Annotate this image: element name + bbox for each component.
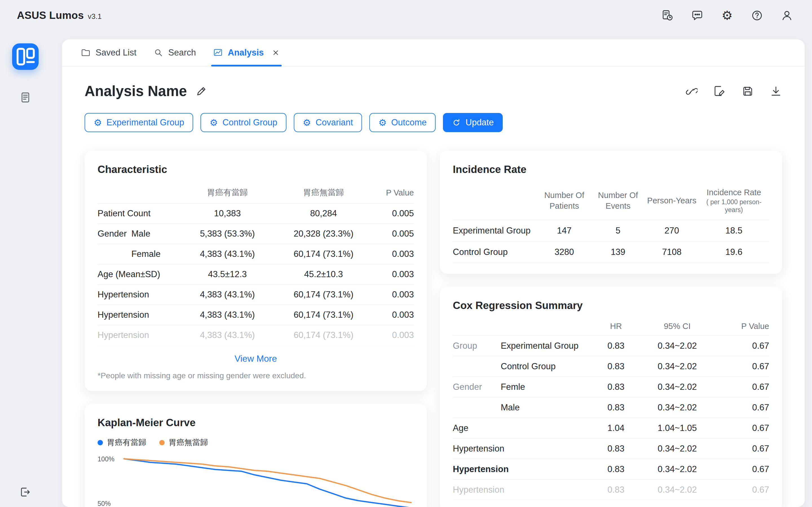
covariant-button[interactable]: ⚙ Covariant <box>294 113 362 132</box>
table-row: Gender Male 5,383 (53.3%) 20,328 (23.3%)… <box>98 224 414 244</box>
cell-group1: 4,383 (43.1%) <box>179 310 275 320</box>
km-legend: 胃癌有當歸 胃癌無當歸 <box>98 437 414 448</box>
page-title: Analysis Name <box>85 83 208 100</box>
chart-icon <box>213 48 223 58</box>
tab-label: Analysis <box>228 48 264 58</box>
row-group: Group <box>453 341 501 351</box>
report-history-icon[interactable] <box>661 9 674 22</box>
column-header: HR <box>585 322 647 331</box>
cell-group1: 10,383 <box>179 209 275 219</box>
column-header-sub: ( per 1,000 person-years) <box>699 198 769 214</box>
topbar-actions: ⚙ <box>661 9 794 22</box>
save-icon[interactable] <box>742 85 754 98</box>
legend-item: 胃癌無當歸 <box>159 437 208 448</box>
card-title: Characteristic <box>98 164 414 175</box>
column-header: 胃癌無當歸 <box>275 187 371 198</box>
cox-regression-card: Cox Regression Summary HR 95% CI P Value <box>440 287 782 507</box>
cell-pvalue: 0.003 <box>371 330 414 340</box>
characteristic-table: 胃癌有當歸 胃癌無當歸 P Value Patient Count <box>98 182 414 346</box>
download-icon[interactable] <box>770 85 782 98</box>
close-icon[interactable] <box>271 48 280 57</box>
button-label: Covariant <box>315 117 353 128</box>
profile-icon[interactable] <box>780 9 794 22</box>
logout-button[interactable] <box>19 486 32 499</box>
app-title: ASUS Lumos <box>17 10 84 21</box>
button-label: Outcome <box>391 117 426 128</box>
experimental-group-button[interactable]: ⚙ Experimental Group <box>85 113 193 132</box>
column-header: Person-Years <box>645 195 699 206</box>
update-button[interactable]: Update <box>443 113 503 132</box>
sidebar <box>0 31 51 507</box>
chat-icon[interactable] <box>691 9 704 22</box>
table-row: Gender Femle 0.83 0.34~2.02 0.67 <box>453 377 769 397</box>
row-label: Control Group <box>501 361 585 372</box>
cell-group2: 80,284 <box>275 209 371 219</box>
row-group: Hypertension <box>453 464 501 474</box>
gear-icon: ⚙ <box>209 118 218 127</box>
config-toolbar: ⚙ Experimental Group ⚙ Control Group ⚙ C… <box>85 113 782 132</box>
row-label: Hypertension <box>98 290 149 300</box>
table-row: Hypertension 0.83 0.34~2.02 0.67 <box>453 439 769 459</box>
row-label: Male <box>501 402 585 413</box>
app-version: v3.1 <box>88 12 101 21</box>
characteristic-card: Characteristic 胃癌有當歸 胃癌無當歸 P Value <box>85 151 427 391</box>
table-row: Hypertension 4,383 (43.1%) 60,174 (73.1%… <box>98 305 414 325</box>
control-group-button[interactable]: ⚙ Control Group <box>200 113 286 132</box>
table-row: Age (Mean±SD) 43.5±12.3 45.2±10.3 0.003 <box>98 265 414 285</box>
link-icon[interactable] <box>685 85 698 98</box>
tab-saved-list[interactable]: Saved List <box>72 40 145 66</box>
svg-text:100%: 100% <box>98 455 114 462</box>
search-icon <box>153 48 163 58</box>
legend-item: 胃癌有當歸 <box>98 437 146 448</box>
row-label: Femle <box>501 382 585 392</box>
card-title: Cox Regression Summary <box>453 300 769 312</box>
cell-pvalue: 0.67 <box>708 382 769 392</box>
table-row: Hypertension 0.83 0.34~2.02 0.67 <box>453 459 769 480</box>
settings-icon[interactable]: ⚙ <box>721 9 733 22</box>
table-row: Hypertension 4,383 (43.1%) 60,174 (73.1%… <box>98 325 414 346</box>
cell-group1: 4,383 (43.1%) <box>179 249 275 259</box>
row-group: Hypertension <box>453 444 501 454</box>
help-icon[interactable] <box>751 9 763 22</box>
sidebar-item-workspace[interactable] <box>12 43 39 70</box>
cell-group2: 45.2±10.3 <box>275 269 371 279</box>
row-label: Patient Count <box>98 209 151 219</box>
row-group: Hypertension <box>453 485 501 495</box>
table-row: Control Group 0.83 0.34~2.02 0.67 <box>453 356 769 377</box>
svg-text:50%: 50% <box>98 500 111 507</box>
cell-ci: 0.34~2.02 <box>647 485 708 495</box>
column-header: P Value <box>371 188 414 198</box>
cell-group1: 4,383 (43.1%) <box>179 330 275 340</box>
cell-group2: 20,328 (23.3%) <box>275 229 371 239</box>
tab-search[interactable]: Search <box>145 40 204 66</box>
cell-hr: 0.83 <box>585 341 647 351</box>
row-sublabel: Female <box>132 249 160 259</box>
app-frame: Saved List Search Analysis <box>0 31 812 507</box>
cox-table: HR 95% CI P Value Group Experimental Gro… <box>453 317 769 500</box>
cell-pvalue: 0.67 <box>708 402 769 413</box>
document-icon <box>19 91 32 104</box>
cell-hr: 0.83 <box>585 464 647 474</box>
table-row: Group Experimental Group 0.83 0.34~2.02 … <box>453 336 769 356</box>
cell-pvalue: 0.005 <box>371 229 414 239</box>
row-label: Experimental Group <box>453 226 538 236</box>
table-header: HR 95% CI P Value <box>453 317 769 336</box>
outcome-button[interactable]: ⚙ Outcome <box>369 113 436 132</box>
tab-analysis[interactable]: Analysis <box>204 40 289 66</box>
legend-dot-blue <box>98 440 103 445</box>
column-header: 95% CI <box>647 322 708 331</box>
cell-hr: 0.83 <box>585 382 647 392</box>
cell-pvalue: 0.003 <box>371 290 414 300</box>
cell-pvalue: 0.67 <box>708 464 769 474</box>
tab-label: Search <box>168 48 196 58</box>
view-more-link[interactable]: View More <box>98 353 414 364</box>
cell-patients: 3280 <box>538 247 591 257</box>
cell-pvalue: 0.003 <box>371 310 414 320</box>
sidebar-item-documents[interactable] <box>19 91 32 104</box>
save-as-icon[interactable] <box>713 85 726 98</box>
edit-icon[interactable] <box>195 85 208 98</box>
gear-icon: ⚙ <box>94 118 102 127</box>
cell-person-years: 270 <box>645 226 699 236</box>
cell-events: 139 <box>591 247 645 257</box>
cell-pvalue: 0.67 <box>708 361 769 372</box>
